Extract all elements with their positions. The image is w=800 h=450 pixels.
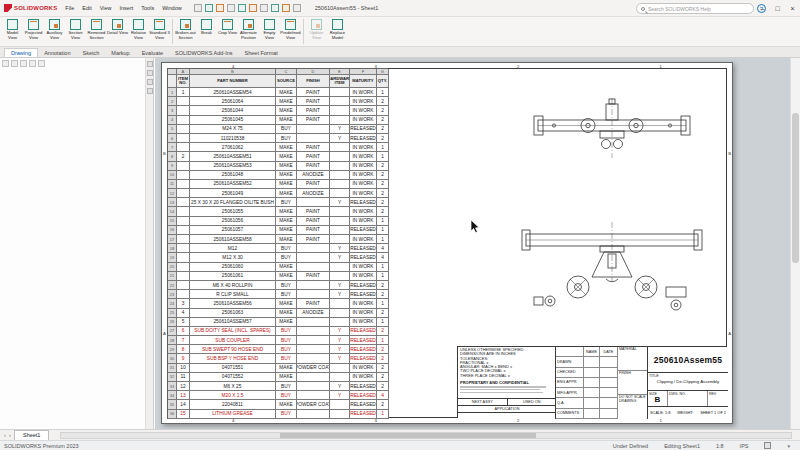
vertical-scrollbar[interactable] [790,58,800,429]
sheet-tab-sheet1[interactable]: Sheet1 [14,430,49,441]
bom-row[interactable]: 17250610ASSEM58MAKEPAINTIN WORK1 [168,235,388,244]
configurationmanager-icon[interactable] [20,60,27,67]
rebuild-icon[interactable] [271,4,279,12]
bom-row[interactable]: 1225061049MAKEANODIZEIN WORK2 [168,189,388,198]
ribbon-button-removed-section[interactable]: Removed Section [86,17,107,46]
ribbon-button-broken-out-section[interactable]: Broken-out Section [175,17,196,46]
bom-row[interactable]: 351422040811MAKEPOWDER COATRELEASED2 [168,400,388,409]
bom-row[interactable]: 1425061055MAKEPAINTIN WORK2 [168,207,388,216]
bom-row[interactable]: 225061064MAKEPAINTIN WORK2 [168,97,388,106]
bom-row[interactable]: 1325 X 30 X 20 FLANGED OILITE BUSHBUYYRE… [168,198,388,207]
file-properties-icon[interactable] [282,4,290,12]
vertical-scrollbar-thumb[interactable] [792,113,799,263]
ribbon-button-section-view[interactable]: Section View [65,17,86,46]
ribbon-button-replace-model[interactable]: Replace Model [327,17,348,46]
bom-row[interactable]: 298SUB SWEPT 90 HOSE ENDBUYYRELEASED2 [168,345,388,354]
bom-row[interactable]: 1025061048MAKEANODIZEIN WORK2 [168,171,388,180]
ribbon-button-relative-view[interactable]: Relative View [128,17,149,46]
panel-tab-icon-2[interactable] [147,70,153,76]
bom-row[interactable]: 11250610ASSEM54MAKEPAINTIN WORK1 [168,88,388,97]
ribbon-button-break[interactable]: Break [196,17,217,46]
graphics-area[interactable]: 44332211BBAA ABCDEFGITEM NO.PART NUMBERS… [155,58,790,429]
bom-row[interactable]: 3413M20 X 1.5BUYYRELEASED4 [168,391,388,400]
horizontal-scrollbar-thumb[interactable] [280,433,535,438]
bom-row[interactable]: 425061045MAKEPAINTIN WORK2 [168,116,388,125]
redo-icon[interactable] [249,4,257,12]
propertymanager-icon[interactable] [11,60,18,67]
bom-row[interactable]: 3615LITHIUM GREASEBUYRELEASED1 [168,410,388,419]
bom-row[interactable]: 265250610ASSEM57MAKEIN WORK1 [168,318,388,327]
drawing-sheet[interactable]: 44332211BBAA ABCDEFGITEM NO.PART NUMBERS… [161,62,733,424]
bom-row[interactable]: 9250610ASSEM53MAKEPAINTIN WORK2 [168,162,388,171]
ribbon-button-projected-view[interactable]: Projected View [23,17,44,46]
ribbon-button-standard-3-view[interactable]: Standard 3 View [149,17,170,46]
sheet-nav-next-icon[interactable]: › [9,430,11,440]
search-input[interactable]: Search SOLIDWORKS Help [636,3,754,14]
bom-table[interactable]: ABCDEFGITEM NO.PART NUMBERSOURCEFINISHHA… [167,68,388,419]
menu-edit[interactable]: Edit [78,0,95,17]
maximize-button[interactable]: □ [770,0,785,17]
menu-tools[interactable]: Tools [137,0,158,17]
new-file-icon[interactable] [194,4,202,12]
bom-row[interactable]: 23R CLIP SMALLBUYYRELEASED2 [168,290,388,299]
bom-row[interactable]: 18M12BUYYRELEASED4 [168,244,388,253]
bom-row[interactable]: 22M6 X 40 ROLLPINBUYYRELEASED2 [168,281,388,290]
bom-row[interactable]: 727061062MAKEPAINTIN WORK1 [168,143,388,152]
featuremanager-tree-icon[interactable] [2,60,9,67]
bom-row[interactable]: 311004071551MAKEPOWDER COATIN WORK2 [168,364,388,373]
dimxpert-icon[interactable] [29,60,36,67]
display-manager-icon[interactable] [38,60,45,67]
tab-solidworks-add-ins[interactable]: SOLIDWORKS Add-Ins [169,49,238,57]
ribbon-button-predefined-view[interactable]: Predefined View [280,17,301,46]
print-icon[interactable] [227,4,235,12]
menu-insert[interactable]: Insert [116,0,138,17]
bom-row[interactable]: 6110210538BUYYRELEASED2 [168,134,388,143]
bom-row[interactable]: 11250610ASSEM52MAKEPAINTIN WORK2 [168,180,388,189]
ribbon-button-crop-view[interactable]: Crop View [217,17,238,46]
tab-sketch[interactable]: Sketch [77,49,106,57]
bom-row[interactable]: 309SUB BSP Y HOSE ENDBUYYRELEASED2 [168,354,388,363]
panel-tab-icon-3[interactable] [147,79,153,85]
bom-row[interactable]: 25425061063MAKEANODIZEIN WORK2 [168,309,388,318]
save-icon[interactable] [216,4,224,12]
bom-row[interactable]: 325061044MAKEPAINTIN WORK2 [168,106,388,115]
tab-drawing[interactable]: Drawing [4,48,38,57]
menu-file[interactable]: File [61,0,78,17]
bom-row[interactable]: 3312M6 X 25BUYYRELEASED2 [168,382,388,391]
bom-row[interactable]: 1625061057MAKEPAINTRELEASED1 [168,226,388,235]
solidworks-logo[interactable]: SOLIDWORKS [0,4,61,12]
select-icon[interactable] [260,4,268,12]
status-caret-icon[interactable]: ▾ [787,443,790,449]
panel-splitter[interactable] [146,58,154,429]
ribbon-button-alternate-position[interactable]: Alternate Position [238,17,259,46]
drawing-view-front[interactable] [520,221,705,316]
ribbon-button-auxiliary-view[interactable]: Auxiliary View [44,17,65,46]
bom-row[interactable]: 2125061061MAKEPAINTIN WORK1 [168,272,388,281]
bom-row[interactable]: 243250610ASSEM56MAKEPAINTIN WORK1 [168,299,388,308]
tab-sheet-format[interactable]: Sheet Format [239,49,284,57]
bom-row[interactable]: 276SUB DOITY SEAL (INCL. SPARES)BUYYRELE… [168,327,388,336]
panel-tab-icon-1[interactable] [147,61,153,67]
bom-row[interactable]: 1525061056MAKEPAINTIN WORK1 [168,217,388,226]
horizontal-scrollbar[interactable] [60,432,792,439]
featuremanager-panel[interactable] [0,58,146,429]
bom-row[interactable]: 19M12 X 30BUYYRELEASED4 [168,253,388,262]
tab-annotation[interactable]: Annotation [38,49,76,57]
minimize-button[interactable]: – [755,0,770,17]
open-file-icon[interactable] [205,4,213,12]
bom-row[interactable]: 82250610ASSEM51MAKEPAINTIN WORK1 [168,152,388,161]
undo-icon[interactable] [238,4,246,12]
tab-evaluate[interactable]: Evaluate [136,49,169,57]
bom-row[interactable]: 2025061060MAKEIN WORK1 [168,263,388,272]
ribbon-button-detail-view[interactable]: Detail View [107,17,128,46]
panel-tab-icon-4[interactable] [147,88,153,94]
close-button[interactable]: × [785,0,800,17]
sheet-nav-prev-icon[interactable]: ‹ [4,430,6,440]
bom-row[interactable]: 321104071552MAKEIN WORK2 [168,373,388,382]
drawing-view-top[interactable] [532,97,692,159]
menu-window[interactable]: Window [158,0,186,17]
ribbon-button-empty-view[interactable]: Empty View [259,17,280,46]
tab-markup[interactable]: Markup [105,49,135,57]
units-grid-icon[interactable] [764,442,771,449]
menu-view[interactable]: View [96,0,116,17]
